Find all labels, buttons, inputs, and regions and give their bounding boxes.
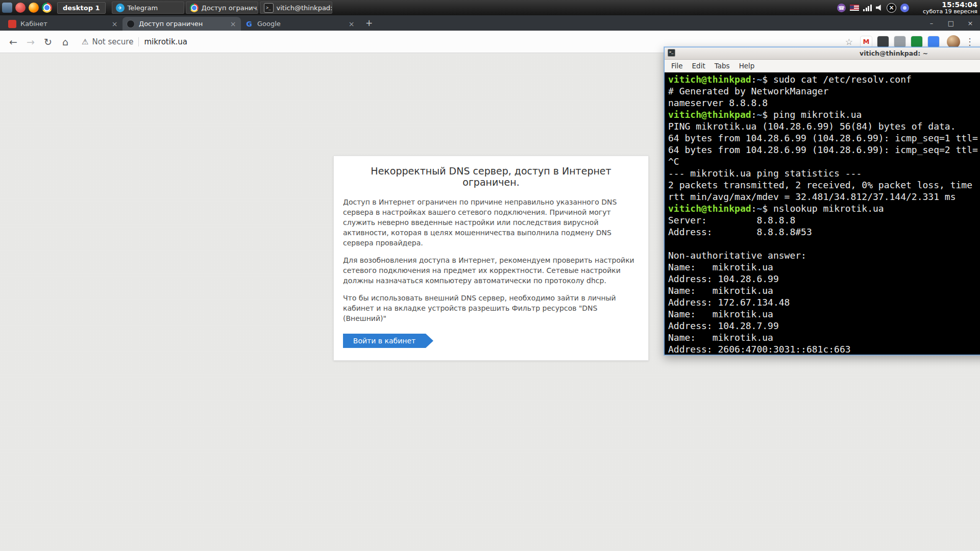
tab-label: Доступ ограничен: [139, 20, 225, 28]
clock[interactable]: 15:54:04 субота 19 вересня: [914, 1, 980, 15]
back-icon[interactable]: ←: [5, 34, 21, 50]
terminal-window: vitich@thinkpad: ~ FileEditTabsHelp viti…: [664, 47, 980, 355]
panel-app-icon-2[interactable]: [15, 3, 26, 13]
system-tray: [832, 3, 914, 13]
terminal-screen[interactable]: vitich@thinkpad:~$ sudo cat /etc/resolv.…: [665, 72, 980, 355]
terminal-line: Name: mikrotik.ua: [668, 261, 980, 273]
tab-strip-tabs: Кабінет×Доступ ограничен×Google×: [4, 15, 359, 31]
terminal-line: 64 bytes from 104.28.6.99 (104.28.6.99):…: [668, 144, 980, 156]
terminal-line: Address: 172.67.134.48: [668, 296, 980, 308]
volume-icon[interactable]: [876, 5, 883, 11]
terminal-menu-help[interactable]: Help: [734, 62, 760, 70]
minimize-button[interactable]: –: [928, 19, 935, 27]
reload-icon[interactable]: ↻: [40, 34, 56, 50]
extensions-area: M: [861, 36, 939, 47]
extension-blue-icon[interactable]: [928, 36, 939, 47]
extension-gray-icon[interactable]: [894, 36, 905, 47]
messenger-icon[interactable]: [900, 4, 909, 12]
terminal-line: Non-authoritative answer:: [668, 249, 980, 261]
network-x-icon[interactable]: [887, 3, 896, 13]
google-favicon: [245, 20, 253, 28]
forward-icon[interactable]: →: [22, 34, 39, 50]
tab-label: Google: [257, 20, 344, 28]
terminal-line: Address: 104.28.7.99: [668, 320, 980, 332]
tab-close-icon[interactable]: ×: [348, 20, 355, 28]
taskbar: desktop 1 TelegramДоступ огранич...vitic…: [0, 0, 980, 15]
tab-close-icon[interactable]: ×: [229, 20, 237, 28]
workspace-switcher[interactable]: desktop 1: [57, 2, 106, 14]
clock-time: 15:54:04: [942, 1, 977, 9]
tab-close-icon[interactable]: ×: [111, 20, 118, 28]
extension-dark-icon[interactable]: [877, 36, 889, 47]
close-button[interactable]: ×: [967, 19, 974, 27]
card-paragraph: Для возобновления доступа в Интернет, ре…: [343, 255, 639, 286]
terminal-titlebar[interactable]: vitich@thinkpad: ~: [665, 47, 980, 60]
terminal-menubar: FileEditTabsHelp: [665, 60, 980, 72]
terminal-line: Address: 104.28.6.99: [668, 273, 980, 285]
terminal-line: Name: mikrotik.ua: [668, 332, 980, 343]
terminal-menu-edit[interactable]: Edit: [688, 62, 710, 70]
cabinet-favicon: [8, 20, 16, 28]
card-paragraph: Доступ в Интернет ограничен по причине н…: [343, 197, 639, 248]
terminal-menu-file[interactable]: File: [667, 62, 688, 70]
security-label[interactable]: Not secure: [92, 37, 133, 46]
panel-launchers: [2, 3, 52, 13]
tab-google[interactable]: Google×: [241, 17, 359, 31]
panel-app-icon[interactable]: [2, 3, 12, 13]
taskbar-window-label: Доступ огранич...: [202, 4, 258, 12]
terminal-menu-tabs[interactable]: Tabs: [710, 62, 734, 70]
taskbar-window-telegram[interactable]: Telegram: [112, 2, 184, 14]
maximize-button[interactable]: □: [947, 19, 954, 27]
login-button[interactable]: Войти в кабинет: [343, 334, 426, 348]
taskbar-window-terminal[interactable]: vitich@thinkpad:...: [260, 2, 332, 14]
gmail-extension-icon[interactable]: M: [861, 36, 872, 47]
profile-avatar[interactable]: [947, 35, 960, 48]
home-icon[interactable]: ⌂: [57, 34, 74, 50]
terminal-line: rtt min/avg/max/mdev = 32.481/34.812/37.…: [668, 191, 980, 203]
terminal-line: ^C: [668, 156, 980, 167]
blocked-favicon: [127, 20, 135, 28]
new-tab-button[interactable]: +: [362, 16, 376, 30]
terminal-line: Address: 8.8.8.8#53: [668, 226, 980, 238]
terminal-line: Server: 8.8.8.8: [668, 214, 980, 226]
terminal-line: Name: mikrotik.ua: [668, 308, 980, 320]
terminal-line: vitich@thinkpad:~$ sudo cat /etc/resolv.…: [668, 73, 980, 85]
terminal-line: 2 packets transmitted, 2 received, 0% pa…: [668, 179, 980, 191]
extension-green-icon[interactable]: [911, 36, 922, 47]
window-controls: – □ ×: [928, 15, 974, 31]
taskbar-windows: TelegramДоступ огранич...vitich@thinkpad…: [112, 2, 332, 14]
card-paragraphs: Доступ в Интернет ограничен по причине н…: [343, 197, 639, 323]
address-separator: [138, 37, 139, 46]
taskbar-window-chrome[interactable]: Доступ огранич...: [186, 2, 258, 14]
not-secure-warning-icon: ⚠: [82, 37, 88, 46]
terminal-line: # Generated by NetworkManager: [668, 85, 980, 97]
chromium-launcher-icon[interactable]: [42, 3, 52, 13]
terminal-line: [668, 238, 980, 249]
terminal-line: vitich@thinkpad:~$ ping mikrotik.ua: [668, 109, 980, 120]
terminal-line: PING mikrotik.ua (104.28.6.99) 56(84) by…: [668, 120, 980, 132]
telegram-icon: [116, 4, 125, 12]
terminal-titlebar-icon: [668, 49, 675, 57]
terminal-line: Address: 2606:4700:3031::681c:663: [668, 343, 980, 355]
taskbar-window-label: Telegram: [128, 4, 158, 12]
signal-icon[interactable]: [863, 5, 872, 11]
terminal-line: vitich@thinkpad:~$ nslookup mikrotik.ua: [668, 203, 980, 214]
bookmark-star-icon[interactable]: ☆: [845, 37, 853, 47]
terminal-icon: [264, 3, 274, 13]
card-paragraph: Что бы использовать внешний DNS сервер, …: [343, 293, 639, 323]
terminal-title: vitich@thinkpad: ~: [860, 49, 928, 57]
firefox-launcher-icon[interactable]: [29, 3, 39, 13]
chrome-icon: [190, 4, 199, 12]
us-flag-icon[interactable]: [850, 5, 859, 11]
tab-label: Кабінет: [20, 20, 107, 28]
url-text[interactable]: mikrotik.ua: [144, 37, 187, 46]
tab-blocked[interactable]: Доступ ограничен×: [122, 17, 241, 31]
browser-menu-icon[interactable]: ⋮: [965, 36, 975, 47]
terminal-line: Name: mikrotik.ua: [668, 285, 980, 296]
terminal-line: nameserver 8.8.8.8: [668, 97, 980, 109]
terminal-line: 64 bytes from 104.28.6.99 (104.28.6.99):…: [668, 132, 980, 144]
dns-error-card: Некорректный DNS сервер, доступ в Интерн…: [333, 156, 649, 361]
viber-icon[interactable]: [837, 4, 846, 12]
tab-cabinet[interactable]: Кабінет×: [4, 17, 122, 31]
clock-date: субота 19 вересня: [923, 9, 977, 15]
